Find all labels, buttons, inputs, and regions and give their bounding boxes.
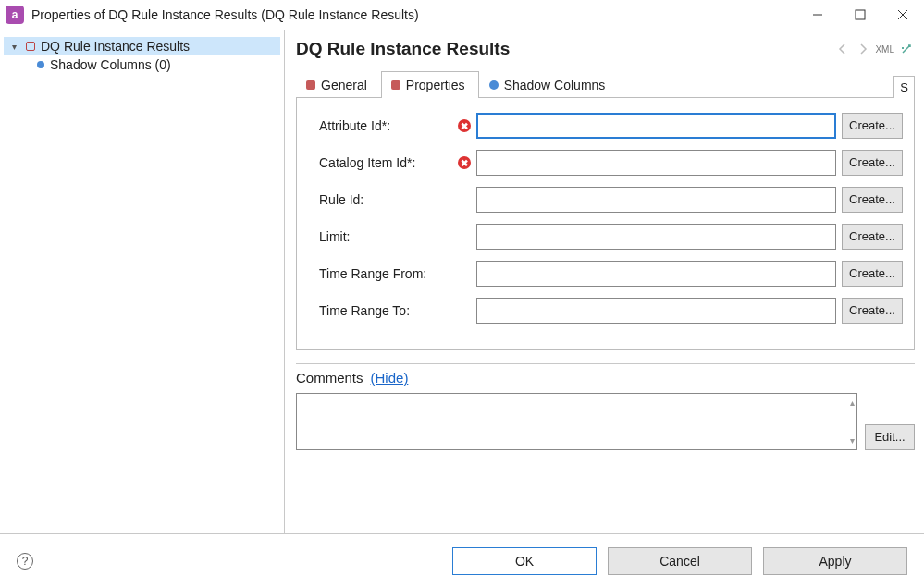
create-button[interactable]: Create... <box>842 261 903 287</box>
comments-heading: Comments <box>296 370 363 386</box>
create-button[interactable]: Create... <box>842 113 903 139</box>
tree-panel: ▾ DQ Rule Instance Results Shadow Column… <box>0 30 285 533</box>
text-input[interactable] <box>476 113 836 139</box>
svg-rect-1 <box>856 10 865 19</box>
text-input[interactable] <box>476 150 836 176</box>
tab-general-label: General <box>321 78 367 92</box>
field-label: Limit: <box>319 229 458 244</box>
tabs-overflow-indicator[interactable]: S <box>893 76 915 98</box>
comments-row: ▴ ▾ Edit... <box>296 393 915 450</box>
tree-child-item[interactable]: Shadow Columns (0) <box>28 55 280 74</box>
header-row: DQ Rule Instance Results XML <box>296 39 915 59</box>
node-icon <box>26 42 35 51</box>
window-title: Properties of DQ Rule Instance Results (… <box>31 7 796 22</box>
tab-general-icon <box>306 80 315 90</box>
tab-general[interactable]: General <box>296 71 381 98</box>
maximize-button[interactable] <box>839 0 881 30</box>
comments-textarea[interactable]: ▴ ▾ <box>296 393 857 450</box>
field-label: Catalog Item Id*: <box>319 155 458 170</box>
edit-button[interactable]: Edit... <box>865 424 915 450</box>
nav-forward-icon[interactable] <box>855 41 871 57</box>
form-row: Catalog Item Id*:✖Create... <box>319 150 903 176</box>
form-row: Attribute Id*:✖Create... <box>319 113 903 139</box>
apply-button[interactable]: Apply <box>763 547 907 575</box>
field-label: Time Range To: <box>319 303 458 318</box>
error-icon: ✖ <box>458 156 471 169</box>
field-label: Rule Id: <box>319 192 458 207</box>
field-label: Time Range From: <box>319 266 458 281</box>
create-button[interactable]: Create... <box>842 150 903 176</box>
text-input[interactable] <box>476 224 836 250</box>
form-row: Time Range To:Create... <box>319 298 903 324</box>
minimize-button[interactable] <box>796 0 839 30</box>
tab-shadow-columns[interactable]: Shadow Columns <box>479 71 620 98</box>
tree-root-item[interactable]: ▾ DQ Rule Instance Results <box>4 37 280 55</box>
form-row: Rule Id:Create... <box>319 187 903 213</box>
form-row: Limit:Create... <box>319 224 903 250</box>
comments-hide-link[interactable]: (Hide) <box>371 370 409 386</box>
tabs: General Properties Shadow Columns S <box>296 70 915 98</box>
xml-label[interactable]: XML <box>875 44 894 55</box>
scrollbar[interactable]: ▴ ▾ <box>850 398 855 446</box>
text-input[interactable] <box>476 261 836 287</box>
tab-properties[interactable]: Properties <box>381 71 479 98</box>
tab-shadow-label: Shadow Columns <box>504 78 606 92</box>
app-icon: a <box>6 6 24 24</box>
window-buttons <box>796 0 924 30</box>
create-button[interactable]: Create... <box>842 187 903 213</box>
expand-arrow-icon[interactable]: ▾ <box>7 42 20 52</box>
form-row: Time Range From:Create... <box>319 261 903 287</box>
titlebar: a Properties of DQ Rule Instance Results… <box>0 0 924 30</box>
tab-properties-label: Properties <box>406 78 465 92</box>
close-button[interactable] <box>881 0 924 30</box>
scroll-up-icon[interactable]: ▴ <box>850 398 855 408</box>
help-icon[interactable]: ? <box>17 553 33 570</box>
wand-icon[interactable] <box>898 41 915 57</box>
create-button[interactable]: Create... <box>842 224 903 250</box>
tree-child-label: Shadow Columns (0) <box>50 57 171 72</box>
field-label: Attribute Id*: <box>319 118 458 133</box>
text-input[interactable] <box>476 298 836 324</box>
cancel-button[interactable]: Cancel <box>608 547 752 575</box>
tree-root-label: DQ Rule Instance Results <box>41 39 190 54</box>
text-input[interactable] <box>476 187 836 213</box>
main-panel: DQ Rule Instance Results XML General Pro… <box>285 30 924 533</box>
ok-button[interactable]: OK <box>452 547 597 575</box>
page-title: DQ Rule Instance Results <box>296 39 831 59</box>
error-icon: ✖ <box>458 119 471 132</box>
scroll-down-icon[interactable]: ▾ <box>850 435 855 446</box>
create-button[interactable]: Create... <box>842 298 903 324</box>
form-area: Attribute Id*:✖Create...Catalog Item Id*… <box>296 98 915 350</box>
tab-shadow-icon <box>489 80 499 90</box>
content-area: ▾ DQ Rule Instance Results Shadow Column… <box>0 30 924 533</box>
footer: ? OK Cancel Apply <box>0 533 924 588</box>
comments-header: Comments (Hide) <box>296 364 915 393</box>
tab-properties-icon <box>391 80 400 90</box>
node-icon <box>37 61 44 68</box>
nav-back-icon[interactable] <box>834 41 851 57</box>
